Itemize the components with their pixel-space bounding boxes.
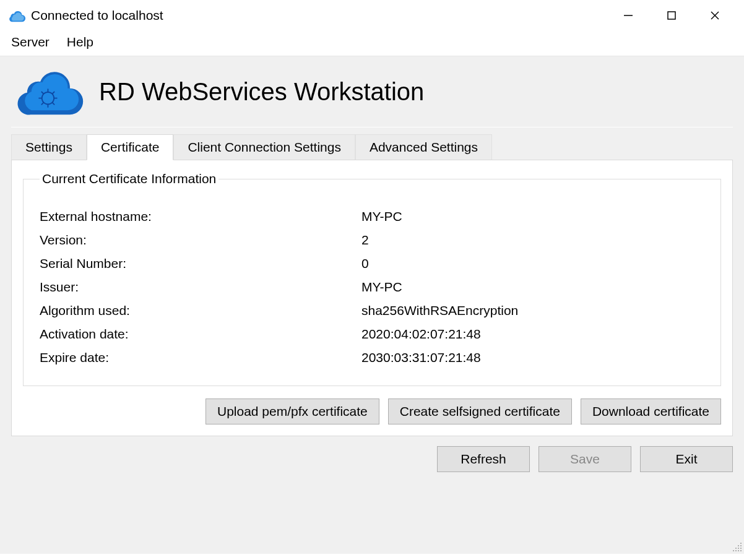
tab-certificate[interactable]: Certificate [87,134,174,160]
refresh-button[interactable]: Refresh [437,446,530,472]
banner-cloud-icon [14,67,87,116]
minimize-button[interactable] [607,1,650,30]
row-issuer: Issuer: MY-PC [40,275,704,299]
save-button: Save [539,446,631,472]
groupbox-legend: Current Certificate Information [40,171,218,186]
tab-settings[interactable]: Settings [11,134,87,160]
row-serial-number: Serial Number: 0 [40,252,704,275]
titlebar: Connected to localhost [0,0,744,31]
row-algorithm: Algorithm used: sha256WithRSAEncryption [40,299,704,322]
exit-button[interactable]: Exit [640,446,733,472]
svg-rect-11 [733,550,734,551]
window-title: Connected to localhost [31,8,163,23]
value-external-hostname: MY-PC [361,209,402,224]
menu-help[interactable]: Help [67,35,93,50]
label-algorithm: Algorithm used: [40,303,361,318]
app-cloud-icon [7,9,26,22]
svg-rect-5 [740,543,742,544]
resize-grip[interactable] [732,541,743,553]
label-activation-date: Activation date: [40,327,361,342]
banner-title: RD WebServices Workstation [99,78,424,106]
footer-buttons: Refresh Save Exit [7,436,737,472]
tab-panel-certificate: Current Certificate Information External… [11,160,733,436]
label-expire-date: Expire date: [40,350,361,365]
menu-bar: Server Help [0,31,744,56]
svg-rect-10 [740,548,742,549]
svg-rect-7 [740,545,742,546]
tab-advanced[interactable]: Advanced Settings [355,134,492,160]
tab-client-connection[interactable]: Client Connection Settings [173,134,355,160]
svg-rect-8 [735,548,737,549]
banner: RD WebServices Workstation [7,62,737,127]
value-activation-date: 2020:04:02:07:21:48 [361,327,481,342]
svg-rect-13 [738,550,739,551]
certificate-info-group: Current Certificate Information External… [23,171,721,386]
value-expire-date: 2030:03:31:07:21:48 [361,350,481,365]
window-controls [607,1,737,30]
svg-rect-12 [735,550,737,551]
row-expire-date: Expire date: 2030:03:31:07:21:48 [40,346,704,369]
svg-rect-14 [740,550,742,551]
create-selfsigned-button[interactable]: Create selfsigned certificate [388,398,572,424]
svg-rect-6 [738,545,739,546]
value-version: 2 [361,233,369,248]
svg-rect-1 [668,12,675,19]
tab-strip: Settings Certificate Client Connection S… [11,134,737,160]
value-serial-number: 0 [361,256,369,271]
certificate-action-buttons: Upload pem/pfx certificate Create selfsi… [23,394,721,424]
upload-certificate-button[interactable]: Upload pem/pfx certificate [205,398,379,424]
label-version: Version: [40,233,361,248]
row-activation-date: Activation date: 2020:04:02:07:21:48 [40,322,704,346]
download-certificate-button[interactable]: Download certificate [581,398,721,424]
label-serial-number: Serial Number: [40,256,361,271]
label-issuer: Issuer: [40,280,361,295]
value-issuer: MY-PC [361,280,402,295]
menu-server[interactable]: Server [11,35,50,50]
content-area: RD WebServices Workstation Settings Cert… [0,56,744,554]
close-button[interactable] [693,1,737,30]
maximize-button[interactable] [650,1,693,30]
value-algorithm: sha256WithRSAEncryption [361,303,518,318]
label-external-hostname: External hostname: [40,209,361,224]
row-external-hostname: External hostname: MY-PC [40,205,704,228]
row-version: Version: 2 [40,228,704,252]
svg-rect-9 [738,548,739,549]
divider [11,127,733,127]
